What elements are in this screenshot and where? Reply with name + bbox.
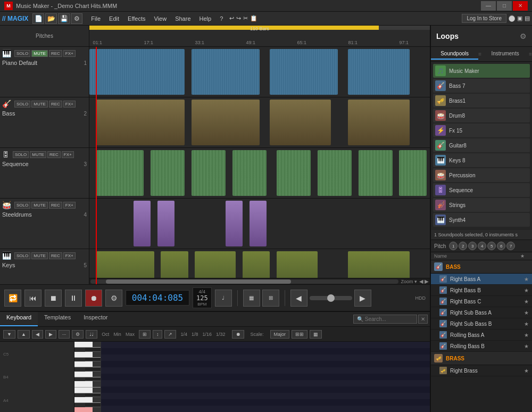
snap-button[interactable]: ⊞ bbox=[262, 290, 279, 307]
clip-seq-3[interactable] bbox=[192, 150, 226, 196]
track-4-fx[interactable]: FX+ bbox=[63, 202, 76, 209]
clip-bass-2[interactable] bbox=[192, 100, 260, 145]
key-c-low[interactable] bbox=[74, 407, 101, 412]
key-g[interactable] bbox=[74, 372, 101, 377]
clip-seq-4[interactable] bbox=[232, 150, 267, 196]
zoom-out-icon[interactable]: ◀ bbox=[419, 278, 423, 284]
menu-view[interactable]: View bbox=[149, 14, 171, 23]
kb-right-arrow[interactable]: ▶ bbox=[45, 330, 56, 339]
loop-star-right-sub-bass-a[interactable]: ★ bbox=[524, 310, 529, 316]
tab-keyboard[interactable]: Keyboard bbox=[0, 312, 38, 326]
soundpools-tab[interactable]: Soundpools bbox=[431, 48, 478, 60]
sp-item-guitar8[interactable]: 🎸 Guitar8 bbox=[433, 138, 530, 152]
key-a[interactable] bbox=[74, 361, 101, 367]
pitch-btn-4[interactable]: 4 bbox=[478, 242, 486, 250]
menu-edit[interactable]: Edit bbox=[105, 14, 123, 23]
key-eb-black[interactable] bbox=[85, 393, 101, 397]
clip-bass-4[interactable] bbox=[348, 100, 409, 145]
loop-item-right-bass-b[interactable]: 🎸 Right Bass B ★ bbox=[431, 285, 532, 296]
menu-question[interactable]: ? bbox=[215, 14, 227, 23]
loop-star-right-bass-b[interactable]: ★ bbox=[524, 287, 529, 293]
clip-steel-1[interactable] bbox=[134, 201, 151, 246]
record-icon[interactable]: ⬤ bbox=[509, 15, 515, 22]
stop-button[interactable]: ⏹ bbox=[45, 290, 62, 307]
new-icon[interactable]: 📄 bbox=[32, 13, 44, 24]
settings-transport-button[interactable]: ⚙ bbox=[105, 290, 122, 307]
track-3-rec[interactable]: REC bbox=[47, 151, 61, 158]
loop-item-right-bass-c[interactable]: 🎸 Right Bass C ★ bbox=[431, 296, 532, 307]
login-button[interactable]: Log In to Store bbox=[462, 14, 506, 23]
clip-seq-8[interactable] bbox=[399, 150, 426, 196]
track-2-fx[interactable]: FX+ bbox=[63, 101, 76, 108]
kb-bend-button[interactable]: ↗ bbox=[164, 330, 176, 339]
kb-up-arrow[interactable]: ▲ bbox=[18, 330, 30, 339]
loop-item-right-bass-a[interactable]: 🎸 Right Bass A ★ bbox=[431, 274, 532, 285]
sp-item-bass7[interactable]: 🎸 Bass 7 bbox=[433, 79, 530, 93]
scale-select[interactable]: Major bbox=[270, 330, 290, 339]
undo-icon[interactable]: ↩ bbox=[229, 15, 234, 22]
key-db-black[interactable] bbox=[85, 403, 101, 407]
clip-seq-2[interactable] bbox=[151, 150, 185, 196]
pause-button[interactable]: ⏸ bbox=[65, 290, 82, 307]
view2-icon[interactable]: ▤ bbox=[525, 15, 530, 22]
scroll-track[interactable] bbox=[90, 279, 398, 284]
clip-piano-3[interactable] bbox=[270, 49, 338, 95]
track-1-fx[interactable]: FX+ bbox=[63, 50, 76, 57]
prev-marker-button[interactable]: ◀ bbox=[290, 290, 307, 307]
sp-item-drum8[interactable]: 🥁 Drum8 bbox=[433, 109, 530, 122]
menu-effects[interactable]: Effects bbox=[123, 14, 149, 23]
key-c[interactable] bbox=[74, 342, 101, 348]
loop-star-rolling-bass-b[interactable]: ★ bbox=[524, 343, 529, 349]
kb-down-arrow[interactable]: ▼ bbox=[3, 330, 15, 339]
kb-left-arrow[interactable]: ◀ bbox=[32, 330, 43, 339]
sp-item-brass1[interactable]: 🎺 Brass1 bbox=[433, 94, 530, 108]
tab-templates[interactable]: Templates bbox=[38, 312, 77, 326]
pitch-btn-5[interactable]: 5 bbox=[487, 242, 496, 250]
key-f[interactable] bbox=[74, 381, 101, 387]
pitch-btn-7[interactable]: 7 bbox=[506, 242, 515, 250]
clip-steel-3[interactable] bbox=[226, 201, 243, 246]
pitch-btn-6[interactable]: 6 bbox=[497, 242, 505, 250]
loop-star-rolling-bass-a[interactable]: ★ bbox=[524, 332, 529, 338]
save-icon[interactable]: 💾 bbox=[58, 13, 70, 24]
minimize-button[interactable]: — bbox=[481, 1, 496, 11]
cut-icon[interactable]: ✂ bbox=[243, 15, 248, 22]
track-2-mute[interactable]: MUTE bbox=[31, 101, 48, 108]
open-icon[interactable]: 📂 bbox=[45, 13, 57, 24]
clip-steel-2[interactable] bbox=[157, 201, 174, 246]
menu-file[interactable]: File bbox=[87, 14, 105, 23]
kb-sustain-button[interactable]: ⊞ bbox=[139, 330, 151, 339]
zoom-in-icon[interactable]: ▶ bbox=[425, 278, 429, 284]
volume-thumb[interactable] bbox=[327, 294, 335, 302]
loop-item-rolling-bass-b[interactable]: 🎸 Rolling Bass B ★ bbox=[431, 341, 532, 352]
redo-icon[interactable]: ↪ bbox=[236, 15, 241, 22]
loop-item-right-sub-bass-b[interactable]: 🎸 Right Sub Bass B ★ bbox=[431, 318, 532, 329]
clip-bass-3[interactable] bbox=[270, 100, 331, 145]
clip-seq-1[interactable] bbox=[96, 150, 144, 196]
sp-item-percussion[interactable]: 🥁 Percussion bbox=[433, 168, 530, 182]
pitch-btn-3[interactable]: 3 bbox=[468, 242, 477, 250]
track-4-solo[interactable]: SOLO bbox=[14, 202, 30, 209]
clip-seq-5[interactable] bbox=[277, 150, 311, 196]
sp-item-strings[interactable]: 🎻 Strings bbox=[433, 198, 530, 212]
track-3-mute[interactable]: MUTE bbox=[30, 151, 46, 158]
sp-item-synth4[interactable]: 🎹 Synth4 bbox=[433, 213, 530, 227]
clip-seq-6[interactable] bbox=[318, 150, 352, 196]
menu-help[interactable]: Help bbox=[195, 14, 216, 23]
kb-mod-button[interactable]: ↕ bbox=[153, 330, 163, 339]
kb-expand-button[interactable]: ··· bbox=[59, 330, 70, 339]
track-2-solo[interactable]: SOLO bbox=[14, 101, 30, 108]
key-d[interactable] bbox=[74, 397, 101, 403]
sp-item-fx15[interactable]: ⚡ Fx 15 bbox=[433, 123, 530, 137]
track-4-mute[interactable]: MUTE bbox=[31, 202, 48, 209]
track-2-rec[interactable]: REC bbox=[49, 101, 62, 108]
view1-icon[interactable]: ▣ bbox=[517, 15, 522, 22]
scroll-thumb[interactable] bbox=[106, 279, 291, 284]
track-5-mute[interactable]: MUTE bbox=[31, 252, 48, 259]
maximize-button[interactable]: □ bbox=[497, 1, 512, 11]
search-input[interactable] bbox=[353, 315, 417, 324]
loop-star-right-bass-a[interactable]: ★ bbox=[524, 276, 529, 282]
track-3-solo[interactable]: SOLO bbox=[13, 151, 29, 158]
loop-item-right-brass[interactable]: 🎺 Right Brass ★ bbox=[431, 365, 532, 376]
key-ab-black[interactable] bbox=[85, 367, 101, 371]
